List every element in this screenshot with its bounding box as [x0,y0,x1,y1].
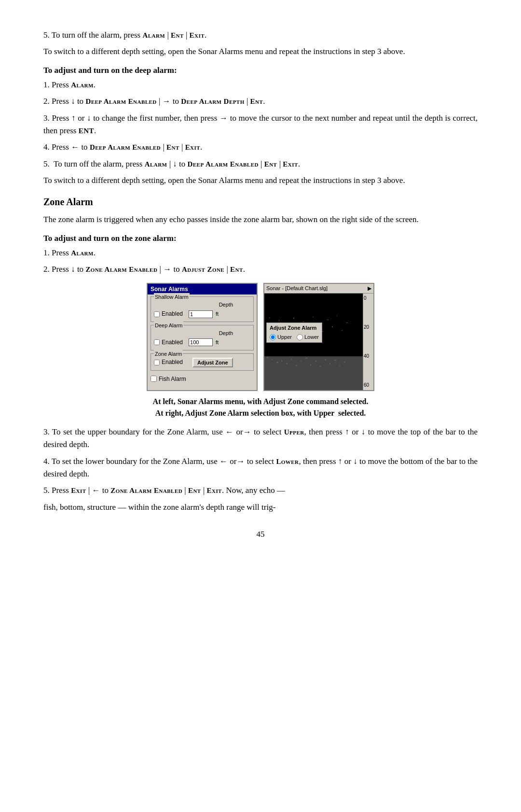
deep-step1: 1. Press Alarm. [43,79,478,91]
svg-rect-30 [310,364,311,365]
deep-alarm-depth-key: Deep Alarm Depth [181,98,244,105]
ent-key: Ent [171,31,184,39]
image-caption: At left, Sonar Alarms menu, with Adjust … [43,396,478,419]
deep-alarm-enabled-key2: Deep Alarm Enabled [90,143,161,151]
svg-rect-31 [315,361,316,362]
svg-rect-22 [272,359,273,360]
page-content: 5. To turn off the alarm, press Alarm | … [43,29,478,541]
ent-key-zone5: Ent [188,487,201,494]
adjust-zone-button[interactable]: Adjust Zone [192,358,233,367]
svg-rect-35 [334,360,336,361]
deep-enabled-row: Enabled ft [154,338,250,347]
zone-alarm-group: Zone Alarm Enabled Adjust Zone [151,353,254,371]
ent-key-zone2: Ent [230,266,243,273]
zone-alarm-enabled-key: Zone Alarm Enabled [85,266,157,273]
svg-rect-25 [286,363,288,364]
chart-title: Sonar - [Default Chart.slg] [266,284,328,293]
zone-step5: 5. Press Exit | ← to Zone Alarm Enabled … [43,484,478,497]
svg-rect-16 [337,316,337,316]
svg-rect-21 [267,357,268,358]
deep-depth-input[interactable] [189,338,213,346]
chart-title-bar: Sonar - [Default Chart.slg] ▶ [264,284,373,294]
deep-alarm-heading: To adjust and turn on the deep alarm: [43,64,478,77]
upper-option: Upper [270,333,292,341]
chart-body: 28.5ft 48.5° [264,294,373,390]
alarm-key-zone1: Alarm [71,249,94,257]
ent-key-deep2: Ent [250,98,263,105]
zone-alarm-options: Upper Lower [270,333,319,341]
svg-rect-32 [320,366,321,367]
fish-alarm-row: Fish Alarm [151,374,254,385]
ent-key-deep5: Ent [264,160,277,168]
deep-depth-label: Depth [154,329,233,337]
svg-rect-36 [339,365,340,366]
zone-step2: 2. Press ↓ to Zone Alarm Enabled | → to … [43,263,478,276]
lower-key: Lower [276,458,299,465]
depth-mark-0: 0 [364,294,373,302]
svg-rect-34 [329,363,330,364]
deep-alarm-enabled-key: Deep Alarm Enabled [85,98,156,105]
depth-mark-20: 20 [364,323,373,331]
svg-rect-11 [313,317,314,317]
deep-step5: 5. To turn off the alarm, press Alarm | … [43,158,478,170]
shallow-enabled-checkbox[interactable] [154,311,160,317]
svg-rect-33 [325,359,326,360]
sonar-alarms-panel: Sonar Alarms Shallow Alarm Depth Enabled… [147,283,258,391]
zone-enabled-label: Enabled [162,358,183,367]
page-number: 45 [43,528,478,541]
depth-numbers: 0 20 40 60 [363,294,373,390]
image-container: Sonar Alarms Shallow Alarm Depth Enabled… [43,283,478,391]
exit-key-deep4: Exit [185,143,200,151]
exit-key: Exit [190,31,205,39]
depth-mark-40: 40 [364,352,373,360]
alarm-key-deep5: Alarm [145,160,167,168]
switch-depth-p1: To switch to a different depth setting, … [43,45,478,58]
svg-rect-17 [342,330,343,331]
exit-key-zone5b: Exit [207,487,222,494]
lower-label: Lower [304,333,319,341]
deep-alarm-title: Deep Alarm [154,322,183,330]
zone-step5-cont: fish, bottom, structure — within the zon… [43,501,478,514]
fish-alarm-checkbox[interactable] [151,376,157,382]
alarm-key: Alarm [142,31,165,39]
svg-rect-26 [291,359,292,360]
deep-step4: 4. Press ← to Deep Alarm Enabled | Ent |… [43,141,478,154]
svg-rect-28 [301,361,302,362]
alarm-key-deep1: Alarm [71,81,94,89]
lower-option: Lower [297,333,319,341]
upper-radio[interactable] [270,334,276,340]
deep-enabled-checkbox[interactable] [154,339,160,345]
deep-step3: 3. Press ↑ or ↓ to change the first numb… [43,112,478,138]
lower-radio[interactable] [297,334,303,340]
svg-rect-37 [344,362,345,363]
svg-rect-1 [269,318,270,318]
deep-alarm-group: Deep Alarm Depth Enabled ft [151,325,254,350]
zone-alarm-desc: The zone alarm is triggered when any ech… [43,213,478,226]
svg-rect-14 [327,320,329,320]
shallow-depth-input[interactable] [189,310,213,318]
zone-step1: 1. Press Alarm. [43,247,478,259]
zone-alarm-box-title: Adjust Zone Alarm [270,324,319,332]
svg-rect-7 [293,318,294,319]
svg-rect-18 [346,322,348,323]
ent-key-deep3: ENT [79,127,94,135]
deep-step2: 2. Press ↓ to Deep Alarm Enabled | → to … [43,95,478,108]
svg-rect-23 [276,362,278,363]
zone-enabled-checkbox[interactable] [154,360,160,365]
deep-alarm-enabled-key3: Deep Alarm Enabled [188,160,259,168]
ent-key-deep4: Ent [166,143,179,151]
zone-alarm-enabled-key2: Zone Alarm Enabled [110,487,182,494]
chart-arrow: ▶ [368,284,371,293]
adjust-zone-key: Adjust Zone [182,266,224,273]
upper-key: Upper [284,428,304,436]
zone-alarm-heading: Zone Alarm [43,195,478,210]
exit-key-deep5: Exit [283,160,298,168]
deep-enabled-label: Enabled [162,338,183,347]
shallow-alarm-title: Shallow Alarm [154,293,190,301]
shallow-unit: ft [216,310,219,318]
shallow-depth-label: Depth [154,301,233,309]
switch-depth-p2: To switch to a different depth setting, … [43,174,478,187]
zone-alarm-selection-box: Adjust Zone Alarm Upper Lower [266,322,322,343]
zone-step4: 4. To set the lower boundary for the Zon… [43,455,478,481]
svg-rect-13 [322,331,323,332]
